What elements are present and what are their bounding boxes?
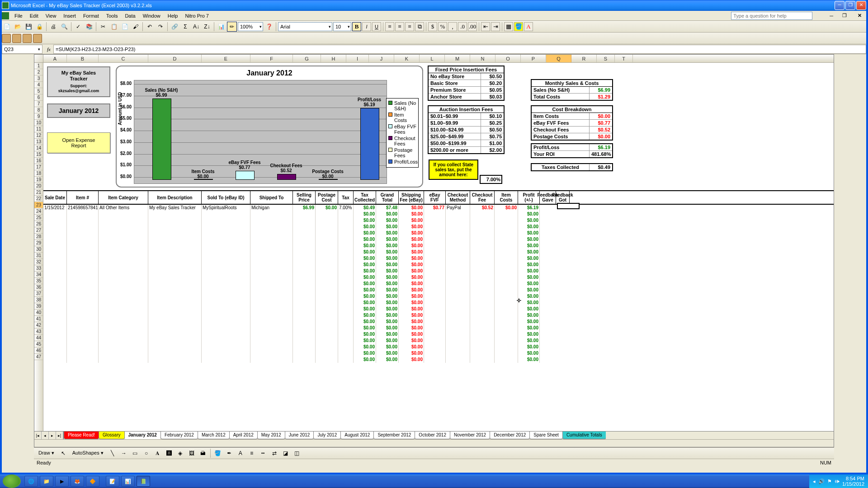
format-painter-icon[interactable]: 🖌 (131, 22, 141, 32)
fill-color-icon[interactable]: 🪣 (514, 22, 523, 31)
tab-prev-icon[interactable]: ◂ (42, 432, 49, 439)
spell-icon[interactable]: ✓ (73, 22, 83, 32)
row-header-30[interactable]: 30 (34, 246, 43, 253)
row-header-14[interactable]: 14 (34, 145, 43, 151)
row-header-34[interactable]: 34 (34, 272, 43, 278)
menu-insert[interactable]: Insert (60, 12, 80, 19)
taskbar-app1-icon[interactable]: 🔶 (86, 476, 99, 487)
zoom-combo[interactable]: 100% (238, 22, 263, 31)
menu-window[interactable]: Window (139, 12, 164, 19)
save-icon[interactable]: 💾 (24, 22, 33, 32)
sort-asc-icon[interactable]: A↓ (191, 22, 201, 32)
col-header-H[interactable]: H (321, 55, 346, 62)
diagram-icon[interactable]: ◈ (175, 448, 185, 458)
col-header-R[interactable]: R (571, 55, 597, 62)
font-color-draw-icon[interactable]: A (236, 448, 245, 458)
row-header-39[interactable]: 39 (34, 303, 43, 310)
taskbar-app2-icon[interactable]: 📊 (121, 476, 135, 487)
row-header-33[interactable]: 33 (34, 265, 43, 272)
col-header-O[interactable]: O (495, 55, 521, 62)
row-header-13[interactable]: 13 (34, 139, 43, 145)
row-header-8[interactable]: 8 (34, 107, 43, 113)
paste-icon[interactable]: 📄 (120, 22, 130, 32)
system-tray[interactable]: ◂ 🔊 ⚑ 🕪 8:54 PM 1/15/2012 (809, 474, 868, 488)
minimize-button[interactable]: ─ (835, 1, 844, 10)
new-icon[interactable]: 📄 (2, 22, 12, 32)
maximize-button[interactable]: ❐ (845, 1, 855, 10)
taskbar-media-icon[interactable]: ▶ (55, 476, 69, 487)
dec-decimal-icon[interactable]: .00 (468, 22, 477, 31)
select-objects-icon[interactable]: ↖ (58, 448, 68, 458)
help-search-input[interactable] (731, 12, 812, 20)
sheet-tab-december-2012[interactable]: December 2012 (490, 432, 530, 439)
textbox-icon[interactable]: 𝐀 (153, 448, 163, 458)
col-header-T[interactable]: T (615, 55, 633, 62)
sort-desc-icon[interactable]: Z↓ (202, 22, 212, 32)
sheet-tab-september-2012[interactable]: September 2012 (373, 432, 415, 439)
arrow-icon[interactable]: → (119, 448, 129, 458)
row-header-16[interactable]: 16 (34, 158, 43, 164)
align-left-icon[interactable]: ≡ (385, 22, 394, 31)
hyperlink-icon[interactable]: 🔗 (170, 22, 179, 32)
open-icon[interactable]: 📂 (13, 22, 23, 32)
taskbar-notepad-icon[interactable]: 📝 (106, 476, 119, 487)
row-header-32[interactable]: 32 (34, 259, 43, 265)
row-header-3[interactable]: 3 (34, 75, 43, 82)
autosum-icon[interactable]: Σ (180, 22, 190, 32)
sheet-tab-august-2012[interactable]: August 2012 (340, 432, 374, 439)
menu-format[interactable]: Format (80, 12, 103, 19)
fill-color-draw-icon[interactable]: 🪣 (213, 448, 223, 458)
merge-icon[interactable]: ⧉ (415, 22, 424, 31)
wordart-icon[interactable]: 🅰 (164, 448, 174, 458)
preview-icon[interactable]: 🔍 (59, 22, 69, 32)
row-header-10[interactable]: 10 (34, 120, 43, 126)
sheet-tab-glossary[interactable]: Glossary (99, 432, 124, 439)
clipart-icon[interactable]: 🖼 (187, 448, 197, 458)
row-header-21[interactable]: 21 (34, 189, 43, 196)
row-header-1[interactable]: 1 (34, 63, 43, 69)
fontsize-combo[interactable]: 10 (333, 22, 351, 31)
formula-input[interactable]: =SUM(K23-H23-L23-M23-O23-P23) (53, 45, 866, 54)
row-header-12[interactable]: 12 (34, 132, 43, 139)
row-header-29[interactable]: 29 (34, 240, 43, 246)
row-header-25[interactable]: 25 (34, 215, 43, 221)
sheet-tab-january-2012[interactable]: January 2012 (124, 432, 161, 439)
percent-icon[interactable]: % (438, 22, 447, 31)
align-center-icon[interactable]: ≡ (395, 22, 404, 31)
taskbar-ie-icon[interactable]: 🌐 (24, 476, 38, 487)
tray-volume-icon[interactable]: 🕪 (835, 479, 840, 484)
sheet-tab-march-2012[interactable]: March 2012 (198, 432, 230, 439)
row-header-19[interactable]: 19 (34, 177, 43, 183)
sheet-tab-may-2012[interactable]: May 2012 (257, 432, 285, 439)
row-header-41[interactable]: 41 (34, 316, 43, 322)
sheet-tab-cumulative-totals[interactable]: Cumulative Totals (562, 432, 606, 439)
dash-style-icon[interactable]: ┅ (258, 448, 268, 458)
col-header-E[interactable]: E (202, 55, 250, 62)
close-button[interactable]: ✕ (856, 1, 866, 10)
menu-data[interactable]: Data (121, 12, 139, 19)
row-header-37[interactable]: 37 (34, 291, 43, 297)
row-header-28[interactable]: 28 (34, 234, 43, 240)
mdi-close[interactable]: ✕ (854, 12, 865, 19)
help-icon[interactable]: ❓ (264, 22, 274, 32)
row-header-24[interactable]: 24 (34, 208, 43, 215)
tray-network-icon[interactable]: 🔊 (818, 479, 825, 484)
start-button[interactable] (3, 474, 21, 488)
row-header-31[interactable]: 31 (34, 253, 43, 259)
row-header-45[interactable]: 45 (34, 341, 43, 347)
menu-tools[interactable]: Tools (103, 12, 122, 19)
line-style-icon[interactable]: ≡ (247, 448, 257, 458)
bold-button[interactable]: B (352, 22, 361, 31)
cut-icon[interactable]: ✂ (98, 22, 108, 32)
col-header-L[interactable]: L (420, 55, 445, 62)
row-header-46[interactable]: 46 (34, 347, 43, 354)
chart[interactable]: January 2012 Amount in USD Sales (No S&H… (116, 66, 423, 188)
chart-icon[interactable]: 📊 (216, 22, 226, 32)
italic-button[interactable]: I (362, 22, 371, 31)
col-header-Q[interactable]: Q (546, 55, 571, 62)
custom-btn-3[interactable] (23, 34, 32, 43)
row-header-40[interactable]: 40 (34, 310, 43, 316)
row-header-5[interactable]: 5 (34, 88, 43, 94)
row-header-43[interactable]: 43 (34, 328, 43, 335)
row-header-9[interactable]: 9 (34, 113, 43, 120)
